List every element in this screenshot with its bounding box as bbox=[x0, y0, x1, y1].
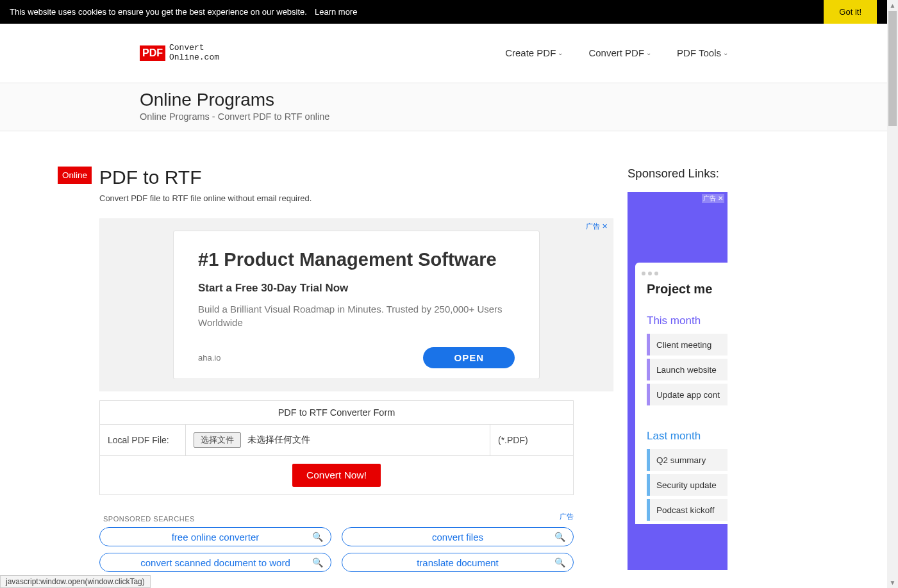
ad-label[interactable]: 广告 ✕ bbox=[586, 222, 608, 231]
chevron-down-icon: ⌄ bbox=[558, 49, 563, 56]
sponsored-links-title: Sponsored Links: bbox=[628, 167, 743, 181]
list-item: Update app cont bbox=[647, 384, 728, 405]
scroll-up-arrow-icon[interactable]: ▲ bbox=[887, 0, 898, 11]
logo-badge: PDF bbox=[140, 45, 165, 61]
list-item: Security update bbox=[647, 474, 728, 496]
breadcrumb: Online Programs Online Programs - Conver… bbox=[0, 83, 898, 131]
nav-create-pdf[interactable]: Create PDF ⌄ bbox=[505, 47, 563, 58]
list-item: Launch website bbox=[647, 359, 728, 380]
form-file-extension: (*.PDF) bbox=[490, 425, 574, 456]
ad-section-header: Last month bbox=[647, 430, 728, 443]
form-file-cell: 选择文件 未选择任何文件 bbox=[186, 425, 490, 456]
logo-text-line2: Online.com bbox=[169, 53, 219, 62]
search-icon: 🔍 bbox=[312, 557, 323, 568]
main-column: Online PDF to RTF Convert PDF file to RT… bbox=[99, 167, 613, 588]
cookie-accept-button[interactable]: Got it! bbox=[824, 0, 877, 24]
sponsored-search-pill[interactable]: convert scanned document to word 🔍 bbox=[99, 553, 331, 572]
list-item: Q2 summary bbox=[647, 449, 728, 471]
chevron-down-icon: ⌄ bbox=[723, 49, 728, 56]
convert-now-button[interactable]: Convert Now! bbox=[292, 464, 381, 487]
form-header: PDF to RTF Converter Form bbox=[100, 401, 574, 425]
form-file-label: Local PDF File: bbox=[100, 425, 186, 456]
ad-domain: aha.io bbox=[198, 353, 220, 363]
vertical-scrollbar[interactable]: ▲ ▼ bbox=[887, 0, 898, 588]
converter-form: PDF to RTF Converter Form Local PDF File… bbox=[99, 400, 574, 495]
inline-ad: 广告 ✕ #1 Product Management Software Star… bbox=[99, 218, 613, 391]
sponsored-search-text: free online converter bbox=[172, 532, 260, 543]
online-badge: Online bbox=[58, 167, 92, 184]
breadcrumb-path: Online Programs - Convert PDF to RTF onl… bbox=[140, 111, 898, 122]
nav-create-pdf-label: Create PDF bbox=[505, 47, 556, 58]
scrollbar-thumb[interactable] bbox=[888, 11, 897, 126]
ad-subtitle: Start a Free 30-Day Trial Now bbox=[198, 282, 515, 295]
main-content: Online PDF to RTF Convert PDF file to RT… bbox=[0, 131, 898, 588]
sponsored-search-text: convert files bbox=[432, 532, 483, 543]
sponsored-search-pill[interactable]: translate document 🔍 bbox=[342, 553, 574, 572]
ad-card[interactable]: #1 Product Management Software Start a F… bbox=[173, 231, 540, 379]
logo-text: Convert Online.com bbox=[169, 44, 219, 62]
ad-app-mockup: Project me This month Client meeting Lau… bbox=[635, 263, 728, 524]
nav-pdf-tools[interactable]: PDF Tools ⌄ bbox=[677, 47, 728, 58]
ad-title: #1 Product Management Software bbox=[198, 249, 515, 270]
cookie-learn-more-link[interactable]: Learn more bbox=[315, 7, 357, 17]
sponsored-search-text: convert scanned document to word bbox=[140, 557, 290, 568]
site-logo[interactable]: PDF Convert Online.com bbox=[140, 44, 219, 62]
ad-description: Build a Brilliant Visual Roadmap in Minu… bbox=[198, 302, 515, 329]
sidebar: Sponsored Links: 广告 ✕ Project me This mo… bbox=[628, 167, 743, 588]
nav-convert-pdf-label: Convert PDF bbox=[588, 47, 644, 58]
search-icon: 🔍 bbox=[312, 532, 323, 542]
scroll-down-arrow-icon[interactable]: ▼ bbox=[887, 577, 898, 588]
sponsored-searches: SPONSORED SEARCHES 广告 free online conver… bbox=[99, 513, 574, 572]
page-category-title: Online Programs bbox=[140, 90, 898, 110]
sponsored-search-pill[interactable]: convert files 🔍 bbox=[342, 527, 574, 546]
sponsored-search-text: translate document bbox=[417, 557, 499, 568]
ad-section-header: This month bbox=[647, 314, 728, 327]
logo-text-line1: Convert bbox=[169, 44, 219, 53]
search-icon: 🔍 bbox=[554, 532, 565, 542]
sponsored-searches-label: SPONSORED SEARCHES bbox=[103, 515, 195, 523]
nav-pdf-tools-label: PDF Tools bbox=[677, 47, 721, 58]
ad-open-button[interactable]: OPEN bbox=[423, 347, 515, 368]
list-item: Podcast kickoff bbox=[647, 499, 728, 521]
sidebar-ad[interactable]: 广告 ✕ Project me This month Client meetin… bbox=[628, 192, 728, 570]
site-header: PDF Convert Online.com Create PDF ⌄ Conv… bbox=[0, 24, 898, 83]
search-icon: 🔍 bbox=[554, 557, 565, 568]
window-dots-icon bbox=[635, 272, 728, 282]
nav-convert-pdf[interactable]: Convert PDF ⌄ bbox=[588, 47, 651, 58]
sponsored-ad-tag: 广告 bbox=[560, 512, 574, 521]
sponsored-search-pill[interactable]: free online converter 🔍 bbox=[99, 527, 331, 546]
chevron-down-icon: ⌄ bbox=[646, 49, 651, 56]
ad-label[interactable]: 广告 ✕ bbox=[702, 194, 724, 203]
file-status-text: 未选择任何文件 bbox=[247, 435, 310, 445]
main-nav: Create PDF ⌄ Convert PDF ⌄ PDF Tools ⌄ bbox=[505, 47, 879, 58]
choose-file-button[interactable]: 选择文件 bbox=[194, 432, 241, 448]
cookie-message: This website uses cookies to ensure you … bbox=[10, 7, 307, 17]
browser-status-bar: javascript:window.open(window.clickTag) bbox=[0, 575, 151, 588]
page-title: PDF to RTF bbox=[99, 167, 613, 188]
page-description: Convert PDF file to RTF file online with… bbox=[99, 193, 613, 203]
list-item: Client meeting bbox=[647, 334, 728, 355]
ad-app-title: Project me bbox=[635, 282, 728, 297]
cookie-banner: This website uses cookies to ensure you … bbox=[0, 0, 898, 24]
